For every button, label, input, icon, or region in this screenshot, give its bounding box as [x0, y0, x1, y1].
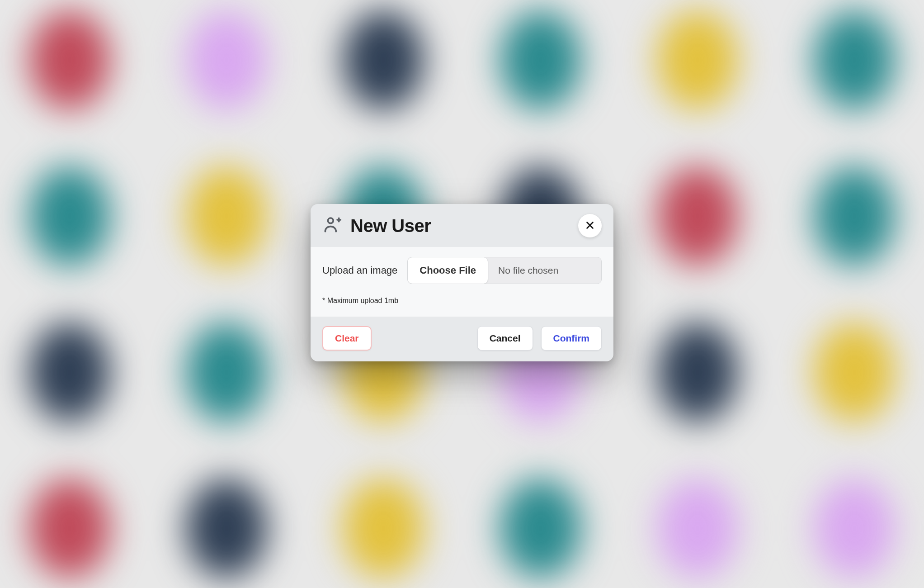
dialog-header: New User: [311, 204, 613, 247]
file-status-text: No file chosen: [488, 257, 568, 284]
dialog-title: New User: [350, 216, 431, 236]
close-button[interactable]: [578, 214, 602, 237]
upload-label: Upload an image: [322, 265, 397, 276]
new-user-dialog: New User Upload an image Choose File No …: [311, 204, 613, 361]
clear-button[interactable]: Clear: [322, 326, 372, 351]
cancel-button[interactable]: Cancel: [477, 326, 533, 351]
close-icon: [585, 220, 595, 232]
choose-file-button[interactable]: Choose File: [408, 257, 488, 284]
user-plus-icon: [322, 215, 342, 237]
dialog-body: Upload an image Choose File No file chos…: [311, 247, 613, 317]
confirm-button[interactable]: Confirm: [541, 326, 602, 351]
upload-hint: * Maximum upload 1mb: [322, 297, 602, 305]
file-input[interactable]: Choose File No file chosen: [407, 257, 602, 284]
svg-point-0: [328, 218, 333, 223]
upload-row: Upload an image Choose File No file chos…: [322, 257, 602, 284]
dialog-footer: Clear Cancel Confirm: [311, 317, 613, 361]
